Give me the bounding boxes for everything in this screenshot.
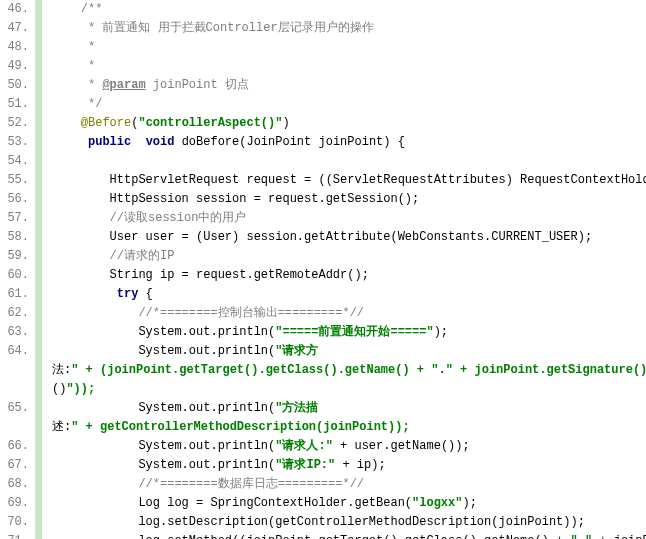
- line-number: 69.: [0, 494, 29, 513]
- code-line: */: [52, 95, 646, 114]
- line-number: 56.: [0, 190, 29, 209]
- line-number: 63.: [0, 323, 29, 342]
- code-line: ()"));: [52, 380, 646, 399]
- line-number: 67.: [0, 456, 29, 475]
- line-number: 55.: [0, 171, 29, 190]
- line-number: 57.: [0, 209, 29, 228]
- code-line: //请求的IP: [52, 247, 646, 266]
- code-line: 述:" + getControllerMethodDescription(joi…: [52, 418, 646, 437]
- line-number: 66.: [0, 437, 29, 456]
- line-number: [0, 361, 29, 380]
- code-line: //读取session中的用户: [52, 209, 646, 228]
- line-number: 71.: [0, 532, 29, 539]
- code-line: HttpServletRequest request = ((ServletRe…: [52, 171, 646, 190]
- code-line: * 前置通知 用于拦截Controller层记录用户的操作: [52, 19, 646, 38]
- code-line: //*========控制台输出=========*//: [52, 304, 646, 323]
- line-number: 61.: [0, 285, 29, 304]
- code-line: log.setMethod((joinPoint.getTarget().get…: [52, 532, 646, 539]
- line-number: 52.: [0, 114, 29, 133]
- code-line: String ip = request.getRemoteAddr();: [52, 266, 646, 285]
- line-number: 51.: [0, 95, 29, 114]
- code-line: System.out.println("=====前置通知开始=====");: [52, 323, 646, 342]
- code-line: /**: [52, 0, 646, 19]
- code-line: 法:" + (joinPoint.getTarget().getClass().…: [52, 361, 646, 380]
- line-number: [0, 380, 29, 399]
- line-number: 54.: [0, 152, 29, 171]
- line-number: 60.: [0, 266, 29, 285]
- line-gutter: 46.47.48.49.50.51.52.53.54.55.56.57.58.5…: [0, 0, 36, 539]
- code-line: User user = (User) session.getAttribute(…: [52, 228, 646, 247]
- code-line: //*========数据库日志=========*//: [52, 475, 646, 494]
- code-line: System.out.println("请求IP:" + ip);: [52, 456, 646, 475]
- code-line: [52, 152, 646, 171]
- line-number: 65.: [0, 399, 29, 418]
- line-number: 62.: [0, 304, 29, 323]
- code-area: /** * 前置通知 用于拦截Controller层记录用户的操作 * * * …: [42, 0, 646, 539]
- line-number: 58.: [0, 228, 29, 247]
- code-line: System.out.println("请求人:" + user.getName…: [52, 437, 646, 456]
- line-number: 47.: [0, 19, 29, 38]
- line-number: 59.: [0, 247, 29, 266]
- line-number: 48.: [0, 38, 29, 57]
- line-number: 49.: [0, 57, 29, 76]
- code-line: Log log = SpringContextHolder.getBean("l…: [52, 494, 646, 513]
- code-line: System.out.println("请求方: [52, 342, 646, 361]
- code-line: *: [52, 38, 646, 57]
- line-number: 70.: [0, 513, 29, 532]
- code-line: @Before("controllerAspect()"): [52, 114, 646, 133]
- line-number: 53.: [0, 133, 29, 152]
- line-number: 64.: [0, 342, 29, 361]
- code-line: log.setDescription(getControllerMethodDe…: [52, 513, 646, 532]
- line-number: 50.: [0, 76, 29, 95]
- line-number: [0, 418, 29, 437]
- code-line: public void doBefore(JoinPoint joinPoint…: [52, 133, 646, 152]
- line-number: 46.: [0, 0, 29, 19]
- code-line: try {: [52, 285, 646, 304]
- code-container: 46.47.48.49.50.51.52.53.54.55.56.57.58.5…: [0, 0, 646, 539]
- code-line: *: [52, 57, 646, 76]
- code-line: * @param joinPoint 切点: [52, 76, 646, 95]
- code-line: HttpSession session = request.getSession…: [52, 190, 646, 209]
- code-line: System.out.println("方法描: [52, 399, 646, 418]
- line-number: 68.: [0, 475, 29, 494]
